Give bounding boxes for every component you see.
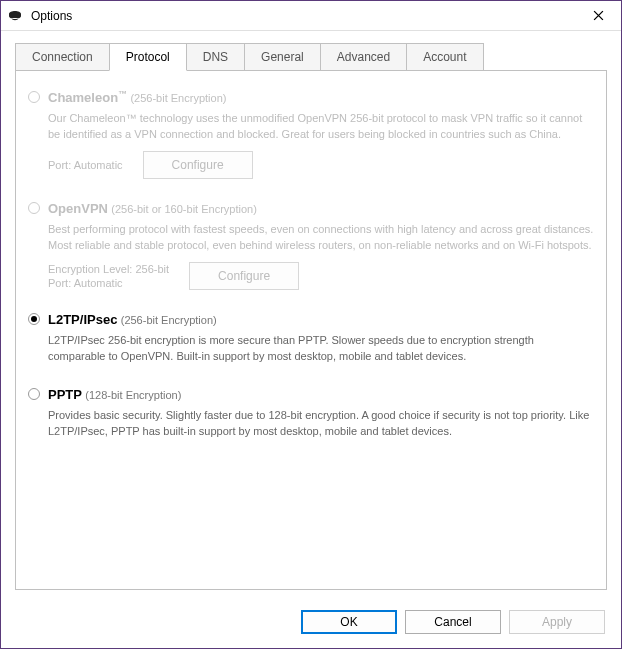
close-icon <box>593 10 604 21</box>
tab-connection[interactable]: Connection <box>15 43 110 70</box>
protocol-pptp-desc: Provides basic security. Slightly faster… <box>48 408 594 440</box>
tab-account[interactable]: Account <box>406 43 483 70</box>
protocol-pptp-header[interactable]: PPTP (128-bit Encryption) <box>28 387 594 402</box>
radio-l2tp[interactable] <box>28 313 40 325</box>
ok-button[interactable]: OK <box>301 610 397 634</box>
chameleon-configure-button[interactable]: Configure <box>143 151 253 179</box>
protocol-chameleon-name: Chameleon <box>48 90 118 105</box>
protocol-openvpn-desc: Best performing protocol with fastest sp… <box>48 222 594 254</box>
radio-chameleon[interactable] <box>28 91 40 103</box>
protocol-l2tp-desc: L2TP/IPsec 256-bit encryption is more se… <box>48 333 594 365</box>
chameleon-port-line: Port: Automatic <box>48 159 123 171</box>
protocol-openvpn-sub: (256-bit or 160-bit Encryption) <box>111 203 257 215</box>
cancel-button[interactable]: Cancel <box>405 610 501 634</box>
protocol-pptp-name: PPTP <box>48 387 82 402</box>
protocol-chameleon-header[interactable]: Chameleon™ (256-bit Encryption) <box>28 89 594 105</box>
options-window: Options Connection Protocol DNS General … <box>0 0 622 649</box>
window-title: Options <box>31 9 583 23</box>
dialog-footer: OK Cancel Apply <box>1 600 621 648</box>
protocol-pptp: PPTP (128-bit Encryption) Provides basic… <box>28 387 594 440</box>
protocol-chameleon-desc: Our Chameleon™ technology uses the unmod… <box>48 111 594 143</box>
openvpn-enc-line: Encryption Level: 256-bit <box>48 263 169 275</box>
tab-protocol[interactable]: Protocol <box>109 43 187 71</box>
protocol-openvpn-header[interactable]: OpenVPN (256-bit or 160-bit Encryption) <box>28 201 594 216</box>
openvpn-port-line: Port: Automatic <box>48 277 169 289</box>
apply-button[interactable]: Apply <box>509 610 605 634</box>
protocol-panel: Chameleon™ (256-bit Encryption) Our Cham… <box>15 71 607 590</box>
content-area: Connection Protocol DNS General Advanced… <box>1 31 621 600</box>
tab-general[interactable]: General <box>244 43 321 70</box>
protocol-l2tp: L2TP/IPsec (256-bit Encryption) L2TP/IPs… <box>28 312 594 365</box>
tab-advanced[interactable]: Advanced <box>320 43 407 70</box>
tab-dns[interactable]: DNS <box>186 43 245 70</box>
trademark-symbol: ™ <box>118 89 127 99</box>
tab-bar: Connection Protocol DNS General Advanced… <box>15 43 607 71</box>
app-icon <box>7 8 23 24</box>
radio-pptp[interactable] <box>28 388 40 400</box>
protocol-openvpn-name: OpenVPN <box>48 201 108 216</box>
protocol-openvpn: OpenVPN (256-bit or 160-bit Encryption) … <box>28 201 594 290</box>
protocol-l2tp-sub: (256-bit Encryption) <box>121 314 217 326</box>
protocol-l2tp-header[interactable]: L2TP/IPsec (256-bit Encryption) <box>28 312 594 327</box>
protocol-chameleon-sub: (256-bit Encryption) <box>130 92 226 104</box>
openvpn-configure-button[interactable]: Configure <box>189 262 299 290</box>
close-button[interactable] <box>583 1 613 31</box>
titlebar: Options <box>1 1 621 31</box>
radio-openvpn[interactable] <box>28 202 40 214</box>
protocol-l2tp-name: L2TP/IPsec <box>48 312 117 327</box>
protocol-pptp-sub: (128-bit Encryption) <box>85 389 181 401</box>
protocol-chameleon: Chameleon™ (256-bit Encryption) Our Cham… <box>28 89 594 179</box>
